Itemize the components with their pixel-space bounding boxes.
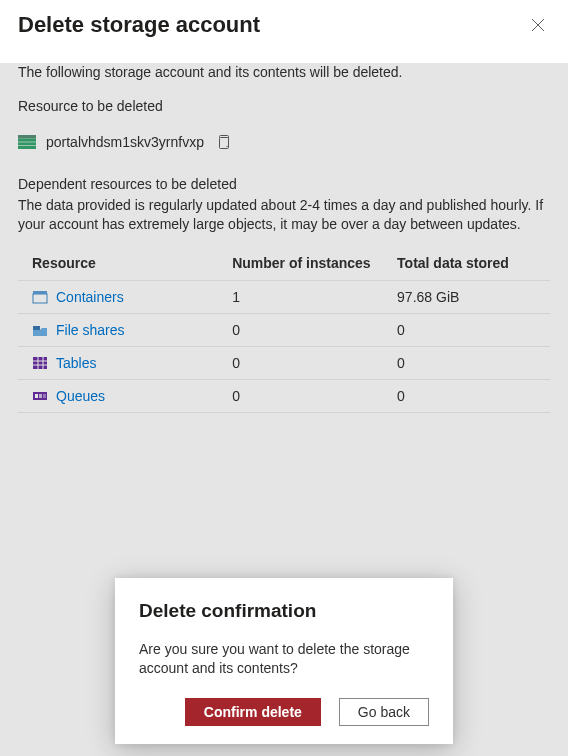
- table-row: Containers197.68 GiB: [18, 280, 550, 313]
- dependent-resources-table: Resource Number of instances Total data …: [18, 246, 550, 413]
- resource-section-label: Resource to be deleted: [18, 98, 550, 114]
- svg-rect-17: [39, 394, 42, 398]
- instances-cell: 0: [220, 313, 385, 346]
- svg-rect-5: [18, 145, 36, 146]
- svg-rect-16: [35, 394, 38, 398]
- go-back-button[interactable]: Go back: [339, 698, 429, 726]
- instances-cell: 0: [220, 346, 385, 379]
- confirmation-dialog: Delete confirmation Are you sure you wan…: [115, 578, 453, 744]
- close-button[interactable]: [526, 13, 550, 37]
- fileshare-icon: [32, 323, 48, 337]
- svg-rect-9: [33, 326, 40, 330]
- table-icon: [32, 356, 48, 370]
- resource-row: portalvhdsm1skv3yrnfvxp: [18, 132, 550, 152]
- resource-link-file-shares[interactable]: File shares: [56, 322, 124, 338]
- instances-cell: 0: [220, 379, 385, 412]
- stored-cell: 97.68 GiB: [385, 280, 550, 313]
- copy-icon: [216, 134, 230, 150]
- col-stored[interactable]: Total data stored: [385, 246, 550, 281]
- confirm-delete-button[interactable]: Confirm delete: [185, 698, 321, 726]
- container-icon: [32, 290, 48, 304]
- page-title: Delete storage account: [18, 12, 260, 38]
- dependent-description: The data provided is regularly updated a…: [18, 196, 550, 234]
- svg-rect-3: [18, 139, 36, 150]
- svg-rect-8: [33, 294, 47, 303]
- svg-rect-18: [43, 394, 46, 398]
- stored-cell: 0: [385, 379, 550, 412]
- svg-rect-4: [18, 142, 36, 143]
- table-row: File shares00: [18, 313, 550, 346]
- close-icon: [530, 17, 546, 33]
- resource-link-containers[interactable]: Containers: [56, 289, 124, 305]
- instances-cell: 1: [220, 280, 385, 313]
- dialog-title: Delete confirmation: [139, 600, 429, 622]
- queue-icon: [32, 389, 48, 403]
- resource-name: portalvhdsm1skv3yrnfvxp: [46, 134, 204, 150]
- storage-account-icon: [18, 135, 36, 149]
- resource-link-tables[interactable]: Tables: [56, 355, 96, 371]
- copy-button[interactable]: [214, 132, 232, 152]
- resource-link-queues[interactable]: Queues: [56, 388, 105, 404]
- dependent-section-label: Dependent resources to be deleted: [18, 176, 550, 192]
- table-row: Tables00: [18, 346, 550, 379]
- panel-content: The following storage account and its co…: [0, 56, 568, 421]
- panel-header: Delete storage account: [0, 0, 568, 56]
- dialog-actions: Confirm delete Go back: [139, 698, 429, 726]
- intro-text: The following storage account and its co…: [18, 64, 550, 80]
- stored-cell: 0: [385, 346, 550, 379]
- stored-cell: 0: [385, 313, 550, 346]
- svg-rect-10: [33, 357, 47, 369]
- dialog-message: Are you sure you want to delete the stor…: [139, 640, 429, 678]
- col-resource[interactable]: Resource: [18, 246, 220, 281]
- col-instances[interactable]: Number of instances: [220, 246, 385, 281]
- table-row: Queues00: [18, 379, 550, 412]
- svg-rect-2: [18, 135, 36, 139]
